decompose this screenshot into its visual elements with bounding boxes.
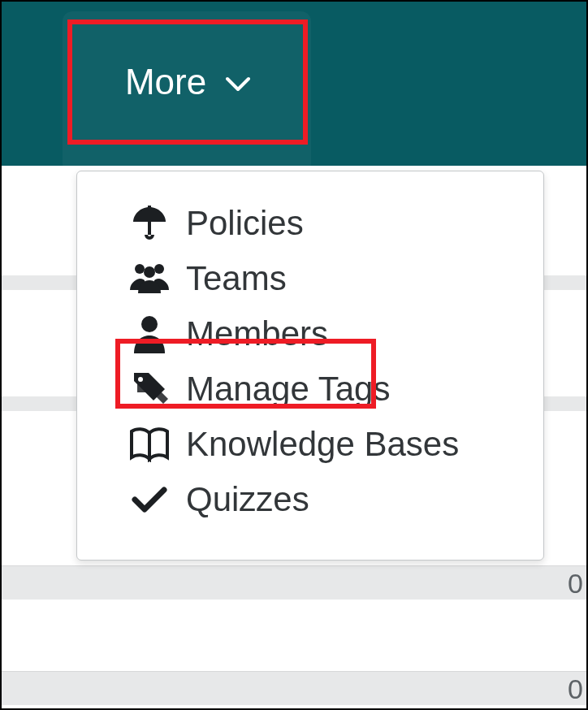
menu-item-label: Quizzes bbox=[176, 480, 309, 519]
more-button-label: More bbox=[125, 62, 206, 102]
chevron-down-icon bbox=[226, 71, 250, 93]
menu-item-members[interactable]: Members bbox=[77, 306, 543, 361]
umbrella-icon bbox=[123, 204, 176, 243]
bg-count-row: 0 bbox=[0, 671, 588, 705]
menu-item-label: Manage Tags bbox=[176, 370, 390, 409]
book-icon bbox=[123, 426, 176, 462]
menu-item-label: Teams bbox=[176, 259, 287, 298]
menu-item-label: Members bbox=[176, 314, 328, 353]
svg-point-4 bbox=[144, 266, 155, 278]
svg-point-2 bbox=[135, 264, 145, 274]
more-dropdown: Policies Teams Members bbox=[76, 171, 544, 561]
check-icon bbox=[123, 485, 176, 514]
svg-point-5 bbox=[141, 316, 158, 332]
more-button-highlight: More bbox=[67, 19, 308, 145]
more-button[interactable]: More bbox=[72, 24, 303, 140]
svg-rect-0 bbox=[148, 222, 151, 235]
menu-item-quizzes[interactable]: Quizzes bbox=[77, 472, 543, 527]
menu-item-teams[interactable]: Teams bbox=[77, 251, 543, 306]
svg-rect-1 bbox=[148, 206, 151, 209]
svg-point-6 bbox=[138, 377, 143, 382]
users-icon bbox=[123, 261, 176, 297]
tags-icon bbox=[123, 371, 176, 407]
menu-item-knowledge-bases[interactable]: Knowledge Bases bbox=[77, 417, 543, 472]
menu-item-manage-tags[interactable]: Manage Tags bbox=[77, 361, 543, 417]
menu-item-label: Policies bbox=[176, 204, 304, 243]
bg-count-row: 0 bbox=[0, 565, 588, 600]
svg-point-3 bbox=[154, 264, 164, 274]
menu-item-policies[interactable]: Policies bbox=[77, 196, 543, 251]
user-icon bbox=[123, 314, 176, 353]
menu-item-label: Knowledge Bases bbox=[176, 425, 459, 464]
